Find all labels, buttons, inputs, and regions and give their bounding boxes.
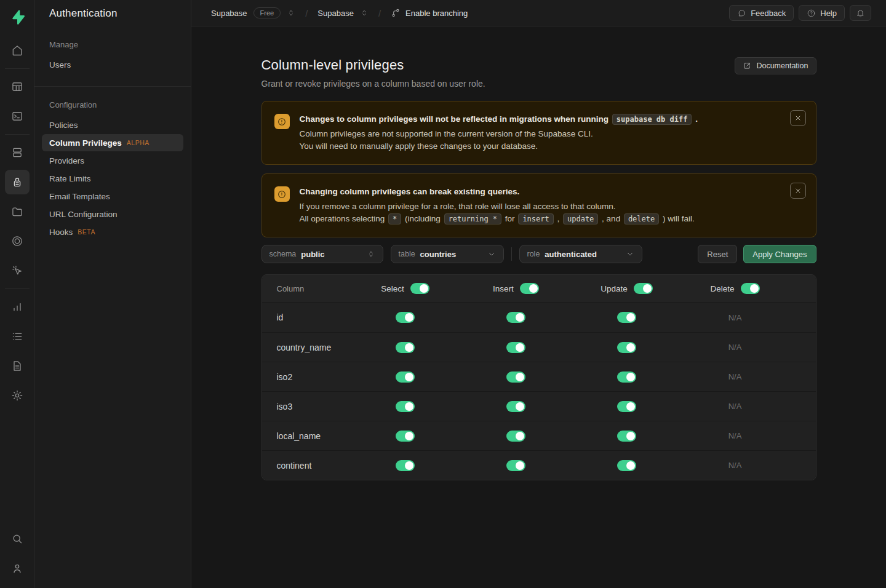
breadcrumb-separator: / [301,8,311,18]
settings-gear-icon[interactable] [5,383,30,408]
org-name[interactable]: Supabase [211,9,247,18]
update-all-toggle[interactable] [634,283,653,294]
column-header: Column [262,284,350,293]
update-toggle[interactable] [617,371,636,383]
warning-icon [274,114,290,129]
insert-toggle[interactable] [506,460,525,471]
chevron-down-icon [487,250,496,258]
select-toggle[interactable] [396,401,415,412]
not-applicable-label: N/A [728,402,742,411]
plan-badge[interactable]: Free [253,7,281,18]
logs-icon[interactable] [5,324,30,349]
update-toggle[interactable] [617,401,636,412]
sidebar-item-column-privileges[interactable]: Column Privileges ALPHA [42,134,183,151]
database-icon[interactable] [5,140,30,165]
org-switcher-caret-icon[interactable] [287,9,295,17]
table-editor-icon[interactable] [5,74,30,99]
beta-badge: BETA [78,228,95,236]
realtime-icon[interactable] [5,229,30,253]
banner-line: Column privileges are not supported in t… [300,128,698,140]
not-applicable-label: N/A [728,313,742,322]
reports-icon[interactable] [5,295,30,319]
banner-title: Changing column privileges can break exi… [300,186,695,198]
table-body: id N/A country_name [262,303,816,480]
select-all-toggle[interactable] [410,283,429,294]
not-applicable-label: N/A [728,372,742,381]
select-toggle[interactable] [396,312,415,323]
insert-toggle[interactable] [506,401,525,412]
advisor-cursor-icon[interactable] [5,258,30,283]
feedback-button[interactable]: Feedback [729,5,794,21]
table-row: local_name N/A [262,421,816,450]
sidebar-item-rate-limits[interactable]: Rate Limits [42,170,183,187]
table-header-row: Column Select Insert Update Delete [262,275,816,303]
alpha-badge: ALPHA [127,139,150,146]
update-toggle[interactable] [617,460,636,471]
banner-line: All operations selecting * (including re… [300,213,695,225]
rail-divider [5,68,30,69]
apply-changes-button[interactable]: Apply Changes [743,245,816,263]
project-switcher-caret-icon[interactable] [360,9,369,17]
sidebar-item-email-templates[interactable]: Email Templates [42,188,183,205]
api-docs-icon[interactable] [5,354,30,378]
sidebar-item-hooks[interactable]: Hooks BETA [42,223,183,240]
icon-rail [0,0,34,588]
sidebar-item-policies[interactable]: Policies [42,116,183,133]
close-icon[interactable] [790,183,806,199]
sidebar-item-url-configuration[interactable]: URL Configuration [42,205,183,223]
role-select[interactable]: role authenticated [519,245,642,263]
documentation-button[interactable]: Documentation [735,57,816,74]
user-icon[interactable] [5,556,30,581]
filter-divider [511,247,512,261]
content-scroll-area[interactable]: Column-level privileges Grant or revoke … [191,26,886,588]
banner-line: If you remove a column privilege for a r… [300,201,695,213]
storage-icon[interactable] [5,199,30,224]
banner-title: Changes to column privileges will not be… [300,113,698,125]
close-icon[interactable] [790,110,806,126]
insert-all-toggle[interactable] [520,283,539,294]
update-toggle[interactable] [617,431,636,442]
insert-toggle[interactable] [506,371,525,383]
banner-line: You will need to manually apply these ch… [300,140,698,153]
bell-icon [856,9,865,18]
select-header-label: Select [381,284,404,293]
select-toggle[interactable] [396,371,415,383]
select-toggle[interactable] [396,460,415,471]
insert-toggle[interactable] [506,312,525,323]
sidebar-item-providers[interactable]: Providers [42,152,183,169]
git-branch-icon [391,8,401,18]
update-toggle[interactable] [617,342,636,353]
warning-icon [274,186,290,202]
column-name: local_name [262,431,350,441]
delete-all-toggle[interactable] [741,283,760,294]
home-icon[interactable] [5,38,30,63]
external-link-icon [743,62,751,70]
select-toggle[interactable] [396,431,415,442]
insert-header-label: Insert [493,284,514,293]
table-row: iso2 N/A [262,362,816,391]
schema-select[interactable]: schema public [261,245,383,263]
column-name: continent [262,461,350,471]
column-name: id [262,312,350,322]
update-toggle[interactable] [617,312,636,323]
breadcrumb: Supabase Free / Supabase / Enable branch… [211,7,468,18]
break-queries-warning-banner: Changing column privileges can break exi… [261,173,816,237]
rail-divider [5,288,30,289]
sql-editor-icon[interactable] [5,104,30,129]
notifications-button[interactable] [850,5,871,21]
insert-toggle[interactable] [506,342,525,353]
reset-button[interactable]: Reset [698,245,737,263]
help-button[interactable]: Help [799,5,845,21]
search-icon[interactable] [5,526,30,551]
select-caret-icon [367,250,375,258]
column-name: iso3 [262,402,350,411]
sidebar-item-users[interactable]: Users [42,56,183,73]
select-toggle[interactable] [396,342,415,353]
project-name[interactable]: Supabase [317,9,354,18]
table-select[interactable]: table countries [391,245,504,263]
supabase-logo[interactable] [5,5,30,30]
not-applicable-label: N/A [728,343,742,352]
enable-branching-button[interactable]: Enable branching [391,8,468,18]
auth-lock-icon[interactable] [5,170,30,194]
insert-toggle[interactable] [506,431,525,442]
